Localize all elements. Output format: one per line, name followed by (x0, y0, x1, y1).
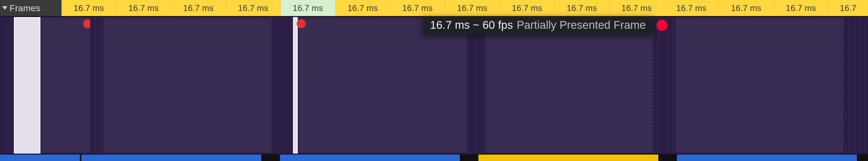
frame-duration-label: 16.7 ms (566, 3, 597, 13)
thumbnail-dark-region (484, 17, 654, 154)
frame-duration-label: 16.7 ms (786, 3, 816, 13)
frame-duration-label: 16.7 (840, 3, 856, 13)
frame-cell[interactable]: 16.7 ms (774, 0, 828, 16)
timeline-activity-segment (0, 155, 80, 161)
thumbnail-hatch-region (281, 17, 293, 154)
thumbnail-light-region (14, 17, 40, 154)
frame-duration-label: 16.7 ms (74, 3, 104, 13)
frame-cell[interactable]: 16.7 ms (500, 0, 555, 16)
timeline-activity-segment (460, 155, 478, 161)
thumbnail-hatch-region (845, 17, 868, 154)
thumbnail-dark-region (40, 17, 90, 154)
frame-duration-label: 16.7 ms (676, 3, 707, 13)
thumbnail-hatch-region (471, 17, 484, 154)
frames-track-header[interactable]: Frames (0, 0, 61, 16)
frame-cell[interactable]: 16.7 ms (555, 0, 609, 16)
frame-cell[interactable]: 16.7 ms (335, 0, 390, 16)
frame-cell[interactable]: 16.7 ms (281, 0, 336, 16)
timeline-activity-segment (82, 155, 261, 161)
screenshot-thumbnail[interactable] (0, 16, 14, 155)
timeline-activity-segment (857, 155, 868, 161)
frame-duration-label: 16.7 ms (183, 3, 213, 13)
collapse-triangle-icon[interactable] (2, 6, 7, 10)
timeline-activity-segment (280, 155, 460, 161)
frame-cell[interactable]: 16.7 ms (609, 0, 664, 16)
frame-duration-label: 16.7 ms (621, 3, 652, 13)
timeline-activity-segment (261, 155, 280, 161)
frame-duration-label: 16.7 ms (731, 3, 761, 13)
frame-duration-label: 16.7 ms (457, 3, 488, 13)
thumbnail-dark-region (102, 17, 273, 154)
thumbnail-gap (90, 16, 102, 155)
screenshot-thumbnail[interactable] (674, 16, 868, 155)
frame-duration-label: 16.7 ms (402, 3, 433, 13)
frame-duration-label: 16.7 ms (512, 3, 542, 13)
thumbnail-gap (662, 16, 674, 155)
frame-cell[interactable]: 16.7 ms (226, 0, 281, 16)
thumbnail-hatch-region (0, 17, 14, 154)
timeline-activity-segment (658, 155, 677, 161)
frame-cell[interactable]: 16.7 ms (171, 0, 226, 16)
frame-duration-label: 16.7 ms (238, 3, 268, 13)
screenshot-thumbnail[interactable] (293, 16, 471, 155)
thumbnail-gap (471, 16, 484, 155)
thumbnail-hatch-region (90, 17, 102, 154)
frame-cell[interactable]: 16.7 ms (445, 0, 500, 16)
thumbnail-dark-region (674, 17, 845, 154)
frame-cell[interactable]: 16.7 (828, 0, 868, 16)
frames-track-label: Frames (9, 3, 40, 13)
frame-cell[interactable]: 16.7 ms (664, 0, 719, 16)
thumbnail-dark-region (298, 17, 468, 154)
frame-cell[interactable]: 16.7 ms (390, 0, 445, 16)
screenshot-thumbnail[interactable] (14, 16, 90, 155)
frame-duration-label: 16.7 ms (293, 3, 323, 13)
frame-cell[interactable]: 16.7 ms (61, 0, 116, 16)
frame-cell[interactable]: 16.7 ms (719, 0, 774, 16)
screenshot-thumbnail[interactable] (102, 16, 281, 155)
thumbnail-hatch-region (468, 17, 471, 154)
thumbnail-gap (281, 16, 293, 155)
timeline-activity-segment (478, 155, 658, 161)
screenshot-thumbnail[interactable] (484, 16, 662, 155)
frame-cell[interactable]: 16.7 ms (116, 0, 171, 16)
frame-duration-label: 16.7 ms (347, 3, 378, 13)
thumbnail-light-region (293, 17, 298, 154)
frame-duration-label: 16.7 ms (128, 3, 159, 13)
timeline-activity-segment (677, 155, 857, 161)
thumbnail-hatch-region (654, 17, 662, 154)
thumbnail-hatch-region (273, 17, 281, 154)
thumbnail-hatch-region (662, 17, 674, 154)
